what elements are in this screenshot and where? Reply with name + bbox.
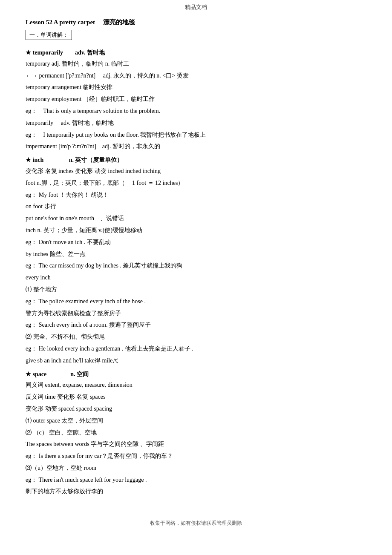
entry-eg-search-every-inch: eg： Search every inch of a room. 搜遍了整间屋子 [26, 320, 366, 330]
entry-eg-police-examined-zh: 警方为寻找线索彻底检查了整所房子 [26, 308, 366, 319]
entry-space-meaning2: ⑵ （c） 空白、空隙、空地 [26, 428, 366, 438]
entry-eg-temporary-solution: eg： That is only a temporary solution to… [26, 106, 366, 116]
entry-eg-space-luggage: eg： There isn't much space left for your… [26, 475, 366, 485]
entry-permanent: ←→ permanent ['p?:m?n?nt] adj. 永久的，持久的 n… [26, 71, 366, 81]
entry-give-inch: give sb an inch and he'll take得 mile尺 [26, 356, 366, 366]
entry-eg-dont-move-inch: eg： Don't move an ich . 不要乱动 [26, 237, 366, 247]
entry-space-verb-forms: 变化形 动变 spaced spaced spacing [26, 404, 366, 414]
entry-temporary-employment: temporary employment ［经］临时职工，临时工作 [26, 94, 366, 104]
entry-inch-forms: 变化形 名复 inches 变化形 动变 inched inched inchi… [26, 166, 366, 176]
entry-temporary-adj: temporary adj. 暂时的，临时的 n. 临时工 [26, 59, 366, 69]
page-header: 精品文档 [0, 0, 392, 13]
entry-eg-temporarily-books: eg： I temporarily put my books on the fl… [26, 130, 366, 140]
entry-outer-space: ⑴ outer space 太空，外层空间 [26, 416, 366, 426]
entry-space-star: ★ space n. 空间 [26, 369, 366, 380]
entry-spaces-between-words: The spaces between words 字与字之间的空隙 、字间距 [26, 439, 366, 449]
entry-eg-space-luggage-zh: 剩下的地方不太够你放行李的 [26, 486, 366, 497]
entry-eg-every-inch-gentleman: eg： He looked every inch a gentleman . 他… [26, 344, 366, 354]
header-title: 精品文档 [185, 4, 207, 10]
entry-eg-police-examined: eg： The police examined every inch of th… [26, 296, 366, 307]
entry-inch-noun-verb: inch n. 英寸；少量，短距离 v.(使)缓慢地移动 [26, 225, 366, 236]
entry-space-synonyms: 同义词 extent, expanse, measure, dimension [26, 380, 366, 390]
lesson-title-text: Lesson 52 A pretty carpet [26, 19, 101, 26]
main-content: Lesson 52 A pretty carpet 漂亮的地毯 一．单词讲解： … [0, 13, 392, 511]
entry-eg-my-foot: eg： My foot ！去你的！ 胡说！ [26, 190, 366, 200]
entry-every-inch-meaning1: ⑴ 整个地方 [26, 285, 366, 295]
entry-foot: foot n.脚，足；英尺；最下部，底部（ 1 foot ＝ 12 inches… [26, 178, 366, 188]
entry-impermanent: impermanent [im'p ?:m?n?nt] adj. 暂时的，非永久… [26, 141, 366, 152]
entry-temporarily-adv: temporarily adv. 暂时地，临时地 [26, 118, 366, 128]
page-footer: 收集于网络，如有侵权请联系管理员删除 [0, 520, 392, 531]
entry-temporarily-star: ★ temporarily adv. 暂时地 [26, 48, 366, 58]
entry-space-antonyms: 反义词 time 变化形 名复 spaces [26, 392, 366, 402]
lesson-title-zh: 漂亮的地毯 [103, 19, 135, 26]
entry-temporary-arrangement: temporary arrangement 临时性安排 [26, 82, 366, 92]
entry-eg-car-missed: eg： The car missed my dog by inches . 差几… [26, 261, 366, 271]
footer-text: 收集于网络，如有侵权请联系管理员删除 [150, 520, 242, 526]
entry-by-inches: by inches 险些、差一点 [26, 249, 366, 259]
entry-eg-space-for-car: eg： Is there a space for my car？是否有空间，停我… [26, 451, 366, 461]
entry-every-inch: every inch [26, 273, 366, 283]
entry-space-meaning3: ⑶（u）空地方，空处 room [26, 463, 366, 473]
entry-on-foot: on foot 步行 [26, 201, 366, 212]
entry-put-foot-in-mouth: put one's foot in one's mouth 、说错话 [26, 213, 366, 224]
lesson-title: Lesson 52 A pretty carpet 漂亮的地毯 [26, 18, 366, 26]
entry-inch-star: ★ inch n. 英寸（度量单位） [26, 155, 366, 165]
section-label: 一．单词讲解： [26, 30, 72, 40]
entry-every-inch-meaning2: ⑵ 完全、不折不扣、彻头彻尾 [26, 332, 366, 342]
